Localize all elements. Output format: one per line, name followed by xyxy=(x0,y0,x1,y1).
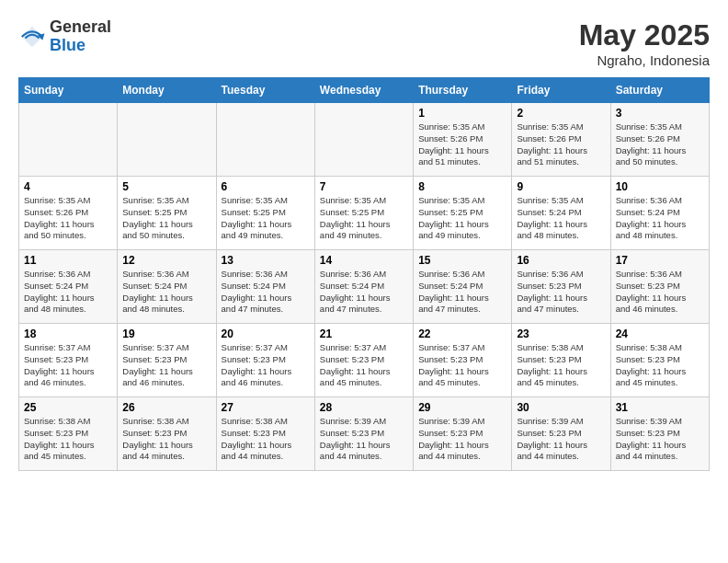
day-info-line: and 49 minutes. xyxy=(222,230,284,240)
day-info-line: Sunrise: 5:38 AM xyxy=(122,416,188,426)
logo: General Blue xyxy=(18,18,111,55)
day-info-line: Sunset: 5:23 PM xyxy=(517,354,581,364)
day-info-line: Sunrise: 5:36 AM xyxy=(616,195,682,205)
calendar-table: SundayMondayTuesdayWednesdayThursdayFrid… xyxy=(18,77,710,471)
day-info-line: and 45 minutes. xyxy=(517,377,579,387)
day-info-line: Sunset: 5:24 PM xyxy=(517,207,581,217)
logo-icon xyxy=(18,23,46,51)
day-number: 26 xyxy=(122,401,210,414)
day-info-line: Daylight: 11 hours xyxy=(24,440,95,450)
day-number: 24 xyxy=(616,327,704,340)
day-info-line: Daylight: 11 hours xyxy=(222,293,292,303)
calendar-cell: 31Sunrise: 5:39 AMSunset: 5:23 PMDayligh… xyxy=(610,397,709,471)
day-number: 31 xyxy=(616,401,704,414)
header-row: SundayMondayTuesdayWednesdayThursdayFrid… xyxy=(19,78,710,103)
day-info-line: Sunset: 5:23 PM xyxy=(616,354,680,364)
day-info: Sunrise: 5:35 AMSunset: 5:25 PMDaylight:… xyxy=(122,195,210,242)
calendar-cell: 21Sunrise: 5:37 AMSunset: 5:23 PMDayligh… xyxy=(314,324,413,397)
day-info: Sunrise: 5:39 AMSunset: 5:23 PMDaylight:… xyxy=(517,416,605,463)
calendar-cell: 2Sunrise: 5:35 AMSunset: 5:26 PMDaylight… xyxy=(512,103,610,177)
day-info: Sunrise: 5:36 AMSunset: 5:24 PMDaylight:… xyxy=(24,269,112,316)
day-info-line: Sunrise: 5:39 AM xyxy=(616,416,682,426)
calendar-cell: 12Sunrise: 5:36 AMSunset: 5:24 PMDayligh… xyxy=(118,250,216,324)
day-info-line: and 47 minutes. xyxy=(320,304,382,314)
calendar-cell xyxy=(216,103,314,177)
day-info: Sunrise: 5:35 AMSunset: 5:26 PMDaylight:… xyxy=(517,121,605,168)
day-info-line: and 46 minutes. xyxy=(24,377,86,387)
day-number: 11 xyxy=(24,254,112,267)
day-info-line: Daylight: 11 hours xyxy=(517,145,587,155)
day-number: 7 xyxy=(320,180,408,193)
day-info-line: and 47 minutes. xyxy=(222,304,284,314)
calendar-cell: 4Sunrise: 5:35 AMSunset: 5:26 PMDaylight… xyxy=(19,177,118,250)
day-info: Sunrise: 5:38 AMSunset: 5:23 PMDaylight:… xyxy=(616,342,704,389)
calendar-body: 1Sunrise: 5:35 AMSunset: 5:26 PMDaylight… xyxy=(19,103,710,471)
calendar-cell: 3Sunrise: 5:35 AMSunset: 5:26 PMDaylight… xyxy=(610,103,709,177)
day-info-line: Daylight: 11 hours xyxy=(517,219,587,229)
day-info: Sunrise: 5:38 AMSunset: 5:23 PMDaylight:… xyxy=(24,416,112,463)
header-cell-saturday: Saturday xyxy=(610,78,709,103)
calendar-cell: 13Sunrise: 5:36 AMSunset: 5:24 PMDayligh… xyxy=(216,250,314,324)
day-info-line: and 50 minutes. xyxy=(24,230,86,240)
calendar-cell: 5Sunrise: 5:35 AMSunset: 5:25 PMDaylight… xyxy=(118,177,216,250)
day-info-line: and 51 minutes. xyxy=(418,156,481,167)
calendar-subtitle: Ngraho, Indonesia xyxy=(579,52,710,68)
day-info-line: Sunrise: 5:36 AM xyxy=(418,269,484,279)
day-info-line: Sunrise: 5:38 AM xyxy=(24,416,90,426)
calendar-cell: 29Sunrise: 5:39 AMSunset: 5:23 PMDayligh… xyxy=(414,397,512,471)
day-info-line: Sunset: 5:23 PM xyxy=(320,354,384,364)
day-number: 9 xyxy=(517,180,605,193)
day-info-line: Daylight: 11 hours xyxy=(616,145,687,155)
day-number: 22 xyxy=(418,327,506,340)
day-info-line: Sunrise: 5:37 AM xyxy=(122,342,188,352)
calendar-week-4: 18Sunrise: 5:37 AMSunset: 5:23 PMDayligh… xyxy=(19,324,710,397)
day-number: 15 xyxy=(418,254,506,267)
day-info-line: and 44 minutes. xyxy=(222,451,284,461)
day-info-line: Daylight: 11 hours xyxy=(418,219,489,229)
day-info: Sunrise: 5:38 AMSunset: 5:23 PMDaylight:… xyxy=(122,416,210,463)
day-info: Sunrise: 5:38 AMSunset: 5:23 PMDaylight:… xyxy=(222,416,310,463)
day-info-line: Sunrise: 5:38 AM xyxy=(616,342,682,352)
calendar-week-5: 25Sunrise: 5:38 AMSunset: 5:23 PMDayligh… xyxy=(19,397,710,471)
day-info-line: and 44 minutes. xyxy=(122,451,185,461)
day-info-line: Sunset: 5:25 PM xyxy=(320,207,384,217)
day-number: 2 xyxy=(517,107,605,120)
day-info-line: Sunset: 5:23 PM xyxy=(517,428,581,438)
calendar-week-1: 1Sunrise: 5:35 AMSunset: 5:26 PMDaylight… xyxy=(19,103,710,177)
day-info-line: Daylight: 11 hours xyxy=(122,219,193,229)
day-info-line: Sunrise: 5:36 AM xyxy=(24,269,90,279)
day-info-line: Sunset: 5:24 PM xyxy=(418,281,483,291)
day-info-line: and 44 minutes. xyxy=(320,451,382,461)
day-info: Sunrise: 5:35 AMSunset: 5:25 PMDaylight:… xyxy=(418,195,506,242)
day-info-line: Sunset: 5:23 PM xyxy=(122,354,187,364)
day-info-line: Sunrise: 5:38 AM xyxy=(517,342,583,352)
day-info-line: Sunrise: 5:35 AM xyxy=(320,195,386,205)
day-info: Sunrise: 5:37 AMSunset: 5:23 PMDaylight:… xyxy=(24,342,112,389)
calendar-cell: 19Sunrise: 5:37 AMSunset: 5:23 PMDayligh… xyxy=(118,324,216,397)
day-info-line: Daylight: 11 hours xyxy=(222,366,292,376)
day-info: Sunrise: 5:39 AMSunset: 5:23 PMDaylight:… xyxy=(616,416,704,463)
day-info-line: Sunrise: 5:36 AM xyxy=(122,269,188,279)
header-cell-wednesday: Wednesday xyxy=(314,78,413,103)
logo-blue: Blue xyxy=(50,37,111,55)
day-info-line: Daylight: 11 hours xyxy=(222,219,292,229)
day-info-line: Sunrise: 5:37 AM xyxy=(418,342,484,352)
calendar-week-3: 11Sunrise: 5:36 AMSunset: 5:24 PMDayligh… xyxy=(19,250,710,324)
day-info-line: Sunrise: 5:37 AM xyxy=(320,342,386,352)
day-number: 6 xyxy=(222,180,310,193)
day-info-line: Daylight: 11 hours xyxy=(517,440,587,450)
day-info: Sunrise: 5:36 AMSunset: 5:23 PMDaylight:… xyxy=(616,269,704,316)
day-info-line: Sunset: 5:24 PM xyxy=(222,281,286,291)
day-info-line: Daylight: 11 hours xyxy=(320,366,391,376)
day-info-line: Sunset: 5:23 PM xyxy=(24,354,88,364)
day-number: 14 xyxy=(320,254,408,267)
day-info-line: Sunset: 5:26 PM xyxy=(616,133,680,144)
day-info: Sunrise: 5:36 AMSunset: 5:23 PMDaylight:… xyxy=(517,269,605,316)
day-number: 3 xyxy=(616,107,704,120)
day-info-line: Sunset: 5:23 PM xyxy=(418,428,483,438)
calendar-cell: 9Sunrise: 5:35 AMSunset: 5:24 PMDaylight… xyxy=(512,177,610,250)
header-cell-sunday: Sunday xyxy=(19,78,118,103)
day-info-line: Sunset: 5:26 PM xyxy=(24,207,88,217)
day-info-line: Daylight: 11 hours xyxy=(122,440,193,450)
logo-general: General xyxy=(50,18,111,37)
